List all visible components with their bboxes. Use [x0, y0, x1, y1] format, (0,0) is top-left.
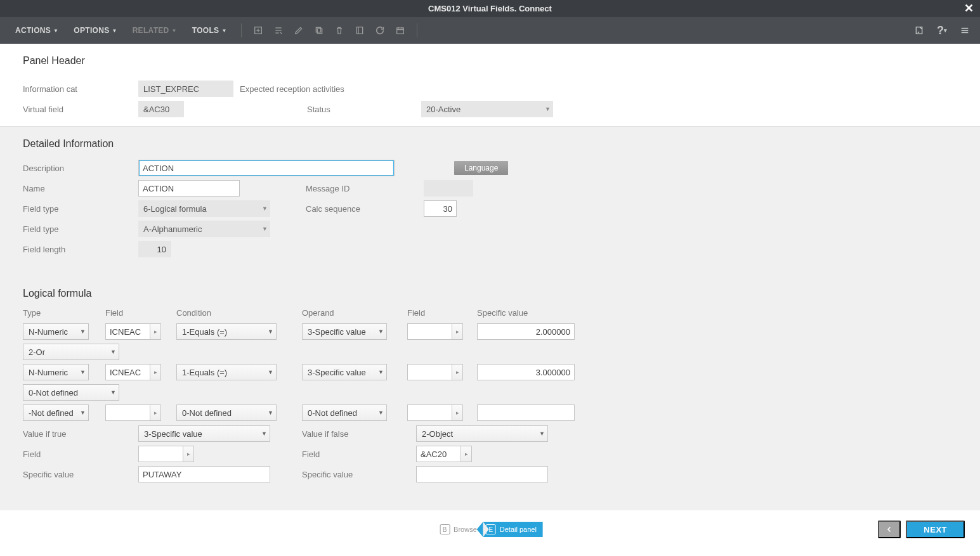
calc-seq-input[interactable]	[424, 200, 457, 217]
panel-header-section: Panel Header Information cat LIST_EXPREC…	[0, 44, 980, 126]
menu-actions[interactable]: ACTIONS▼	[9, 22, 65, 39]
display-icon[interactable]	[351, 22, 369, 39]
toolbar: ACTIONS▼ OPTIONS▼ RELATED▼ TOOLS▼ ?▾	[0, 17, 980, 44]
menu-tools[interactable]: TOOLS▼	[186, 22, 233, 39]
connector-row: 0-Not defined▼	[23, 382, 962, 403]
specific-input[interactable]	[477, 364, 575, 380]
lookup-icon[interactable]: ▸	[452, 323, 463, 340]
label-name: Name	[23, 184, 138, 193]
label-field-true: Field	[23, 449, 138, 459]
type-select[interactable]: -Not defined▼	[23, 404, 89, 421]
message-id-value	[424, 180, 473, 197]
description-input[interactable]	[138, 160, 395, 176]
calendar-icon[interactable]	[391, 22, 409, 39]
help-icon[interactable]: ?▾	[933, 22, 951, 39]
label-description: Description	[23, 164, 138, 173]
field-lookup[interactable]: ▸	[105, 323, 161, 340]
detailed-title: Detailed Information	[23, 138, 962, 150]
connector-select[interactable]: 0-Not defined▼	[23, 384, 119, 401]
lookup-icon[interactable]: ▸	[150, 364, 161, 380]
connector-select[interactable]: 2-Or▼	[23, 344, 119, 360]
formula-row: N-Numeric▼ ▸ 1-Equals (=)▼ 3-Specific va…	[23, 362, 962, 382]
label-status: Status	[307, 105, 421, 114]
operand-select[interactable]: 0-Not defined▼	[302, 404, 387, 421]
label-calc-seq: Calc sequence	[306, 204, 424, 214]
copy-icon[interactable]	[310, 22, 328, 39]
refresh-icon[interactable]	[371, 22, 389, 39]
label-message-id: Message ID	[306, 184, 424, 193]
toolbar-separator	[241, 23, 242, 37]
new-icon[interactable]	[249, 22, 267, 39]
header-operand: Operand	[302, 308, 407, 318]
name-input[interactable]	[138, 180, 240, 197]
formula-row: N-Numeric▼ ▸ 1-Equals (=)▼ 3-Specific va…	[23, 321, 962, 342]
specific-false-input[interactable]	[416, 466, 548, 482]
condition-select[interactable]: 1-Equals (=)▼	[176, 364, 277, 380]
lookup-icon[interactable]: ▸	[461, 446, 472, 462]
field-true-lookup[interactable]: ▸	[138, 446, 194, 462]
type-select[interactable]: N-Numeric▼	[23, 323, 89, 340]
menu-options[interactable]: OPTIONS▼	[67, 22, 123, 39]
field-length-value: 10	[138, 241, 171, 257]
label-field-type-1: Field type	[23, 204, 138, 214]
notes-icon[interactable]	[910, 22, 928, 39]
label-virtual-field: Virtual field	[23, 105, 138, 114]
label-specific-false: Specific value	[302, 470, 416, 479]
lookup-icon[interactable]: ▸	[150, 323, 161, 340]
operand-select[interactable]: 3-Specific value▼	[302, 323, 387, 340]
type-select[interactable]: N-Numeric▼	[23, 364, 89, 380]
language-button[interactable]: Language	[454, 161, 508, 175]
specific-input[interactable]	[477, 323, 575, 340]
next-button[interactable]: NEXT	[906, 520, 965, 538]
field-type-1-select[interactable]: 6-Logical formula▼	[138, 200, 270, 217]
back-button[interactable]	[878, 520, 901, 538]
header-specific: Specific value	[477, 308, 578, 318]
titlebar: CMS012 Virtual Fields. Connect ✕	[0, 0, 980, 17]
toolbar-separator-2	[417, 23, 417, 37]
field-type-2-select[interactable]: A-Alphanumeric▼	[138, 221, 270, 237]
label-val-false: Value if false	[302, 429, 416, 439]
val-true-select[interactable]: 3-Specific value▼	[138, 425, 270, 442]
svg-rect-6	[317, 29, 322, 33]
menu-related[interactable]: RELATED▼	[126, 22, 183, 39]
header-type: Type	[23, 308, 105, 318]
list-icon[interactable]	[270, 22, 287, 39]
field-lookup[interactable]: ▸	[105, 404, 161, 421]
formula-row: -Not defined▼ ▸ 0-Not defined▼ 0-Not def…	[23, 403, 962, 423]
operand-select[interactable]: 3-Specific value▼	[302, 364, 387, 380]
edit-icon[interactable]	[290, 22, 308, 39]
info-cat-desc: Expected reception activities	[233, 84, 344, 94]
status-select[interactable]: 20-Active▼	[421, 101, 553, 117]
condition-select[interactable]: 1-Equals (=)▼	[176, 323, 277, 340]
specific-input[interactable]	[477, 404, 575, 421]
lookup-icon[interactable]: ▸	[150, 404, 161, 421]
menu-icon[interactable]	[956, 22, 974, 39]
field-false-lookup[interactable]: ▸	[416, 446, 472, 462]
detailed-section: Detailed Information Description Languag…	[0, 126, 980, 510]
window-title: CMS012 Virtual Fields. Connect	[428, 4, 552, 13]
label-specific-true: Specific value	[23, 470, 138, 479]
lookup-icon[interactable]: ▸	[183, 446, 194, 462]
val-false-select[interactable]: 2-Object▼	[416, 425, 548, 442]
header-field: Field	[105, 308, 176, 318]
footer-actions: NEXT	[878, 520, 965, 538]
close-icon[interactable]: ✕	[964, 1, 974, 15]
delete-icon[interactable]	[330, 22, 348, 39]
field2-lookup[interactable]: ▸	[407, 364, 463, 380]
lookup-icon[interactable]: ▸	[452, 364, 463, 380]
label-info-cat: Information cat	[23, 84, 138, 94]
field2-lookup[interactable]: ▸	[407, 404, 463, 421]
label-field-false: Field	[302, 449, 416, 459]
info-cat-value: LIST_EXPREC	[138, 81, 233, 97]
header-condition: Condition	[176, 308, 302, 318]
virtual-field-value: &AC30	[138, 101, 184, 117]
label-val-true: Value if true	[23, 429, 138, 439]
lookup-icon[interactable]: ▸	[452, 404, 463, 421]
svg-rect-10	[396, 28, 403, 34]
bottom-tabs: B Browse E Detail panel	[437, 522, 543, 537]
specific-true-input[interactable]	[138, 466, 270, 482]
condition-select[interactable]: 0-Not defined▼	[176, 404, 277, 421]
field-lookup[interactable]: ▸	[105, 364, 161, 380]
tab-detail[interactable]: E Detail panel	[483, 522, 543, 537]
field2-lookup[interactable]: ▸	[407, 323, 463, 340]
